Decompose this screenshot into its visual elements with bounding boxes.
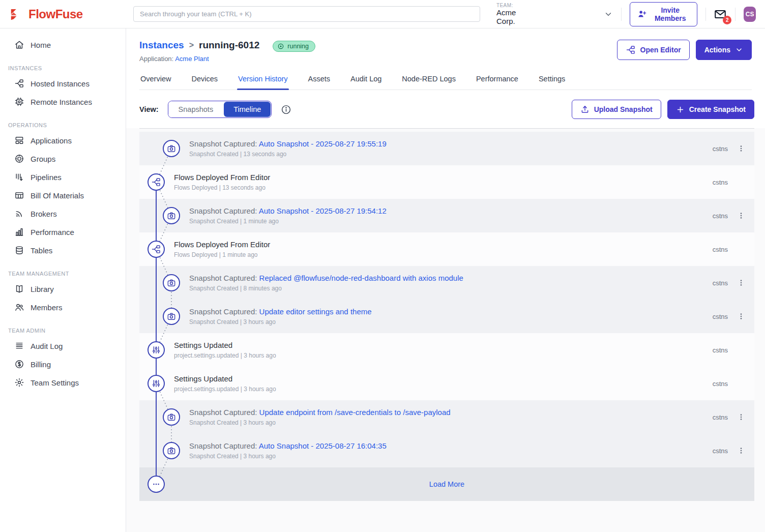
sidebar-item-tables[interactable]: Tables: [0, 241, 126, 259]
open-editor-label: Open Editor: [640, 46, 681, 54]
team-chevron-down-icon[interactable]: [604, 10, 613, 19]
sidebar-item-home[interactable]: Home: [0, 36, 126, 54]
team-selector[interactable]: TEAM: Acme Corp.: [496, 3, 528, 26]
timeline-snapshot-row: Snapshot Captured: Auto Snapshot - 2025-…: [139, 132, 754, 165]
notifications-mail-icon[interactable]: 2: [714, 8, 727, 21]
tab-settings[interactable]: Settings: [538, 73, 566, 90]
sidebar-item-label: Audit Log: [31, 342, 63, 350]
sidebar-item-label: Applications: [31, 136, 72, 145]
flowfuse-logo-icon: [9, 7, 24, 22]
sidebar-item-pipelines[interactable]: Pipelines: [0, 168, 126, 186]
invite-members-button[interactable]: Invite Members: [630, 2, 697, 26]
load-more-button[interactable]: Load More: [139, 480, 754, 488]
snapshot-title: Snapshot Captured: Update editor setting…: [189, 307, 713, 316]
snapshot-title: Snapshot Captured: Update endpoint from …: [189, 408, 713, 417]
event-title: Flows Deployed From Editor: [174, 173, 713, 182]
actions-button[interactable]: Actions: [696, 40, 752, 60]
snapshot-link[interactable]: Auto Snapshot - 2025-08-27 19:54:12: [259, 206, 387, 215]
kebab-menu-icon[interactable]: [737, 211, 745, 220]
home-icon: [14, 40, 24, 50]
snapshot-link[interactable]: Auto Snapshot - 2025-08-27 19:55:19: [259, 139, 387, 148]
team-label: TEAM:: [496, 3, 528, 9]
sidebar-item-label: Bill Of Materials: [31, 191, 84, 200]
sidebar-item-remote-instances[interactable]: Remote Instances: [0, 93, 126, 111]
sidebar-item-groups[interactable]: Groups: [0, 150, 126, 168]
tab-devices[interactable]: Devices: [190, 73, 219, 90]
instance-name: running-6012: [199, 40, 259, 51]
tab-node-red-logs[interactable]: Node-RED Logs: [401, 73, 457, 90]
actions-label: Actions: [704, 46, 730, 54]
application-link[interactable]: Acme Plant: [175, 55, 209, 63]
sidebar-item-label: Remote Instances: [31, 98, 92, 106]
snapshot-link[interactable]: Update editor settings and theme: [259, 307, 372, 316]
info-icon[interactable]: [281, 104, 291, 115]
tab-audit-log[interactable]: Audit Log: [349, 73, 382, 90]
application-line: Application: Acme Plant: [139, 55, 259, 63]
row-meta: Snapshot Created | 3 hours ago: [189, 318, 713, 326]
view-toggle-timeline[interactable]: Timeline: [224, 102, 271, 117]
kebab-menu-icon[interactable]: [737, 412, 745, 422]
kebab-menu-icon[interactable]: [737, 312, 745, 321]
open-editor-button[interactable]: Open Editor: [617, 40, 690, 60]
snapshot-title: Snapshot Captured: Auto Snapshot - 2025-…: [189, 139, 713, 148]
sidebar-item-billing[interactable]: Billing: [0, 355, 126, 373]
kebab-menu-icon[interactable]: [737, 446, 745, 455]
sidebar-item-brokers[interactable]: Brokers: [0, 204, 126, 223]
snapshot-link[interactable]: Update endpoint from /save-credentials t…: [259, 408, 451, 417]
divider: [705, 8, 706, 21]
invite-members-label: Invite Members: [651, 6, 690, 22]
upload-snapshot-label: Upload Snapshot: [594, 105, 653, 113]
sidebar-item-audit-log[interactable]: Audit Log: [0, 337, 126, 355]
tab-performance[interactable]: Performance: [475, 73, 519, 90]
timeline-snapshot-row: Snapshot Captured: Replaced @flowfuse/no…: [139, 266, 754, 300]
sidebar-item-team-settings[interactable]: Team Settings: [0, 373, 126, 392]
create-snapshot-button[interactable]: Create Snapshot: [667, 100, 754, 119]
sidebar-item-label: Billing: [31, 360, 51, 369]
sidebar-section-label: INSTANCES: [0, 54, 126, 74]
sidebar-item-members[interactable]: Members: [0, 298, 126, 316]
database-icon: [14, 245, 24, 255]
timeline-load-more-row: Load More: [139, 467, 754, 501]
sidebar-item-performance[interactable]: Performance: [0, 223, 126, 241]
running-status-icon: [277, 43, 284, 50]
sidebar-item-bill-of-materials[interactable]: Bill Of Materials: [0, 186, 126, 204]
row-meta: Flows Deployed | 13 seconds ago: [174, 184, 713, 191]
sidebar-item-library[interactable]: Library: [0, 280, 126, 298]
sidebar-item-applications[interactable]: Applications: [0, 131, 126, 150]
kebab-menu-icon[interactable]: [737, 144, 745, 153]
dollar-icon: [14, 359, 24, 369]
flowfuse-logo[interactable]: FlowFuse: [0, 7, 126, 22]
sidebar: HomeINSTANCES Hosted Instances Remote In…: [0, 28, 126, 532]
breadcrumb-instances-link[interactable]: Instances: [139, 40, 184, 51]
sidebar-item-label: Team Settings: [31, 378, 79, 387]
instance-tabs: OverviewDevicesVersion HistoryAssetsAudi…: [139, 73, 752, 90]
view-toggle-snapshots[interactable]: Snapshots: [168, 101, 224, 117]
divider: [139, 128, 754, 129]
tab-overview[interactable]: Overview: [139, 73, 172, 90]
kebab-menu-icon[interactable]: [737, 278, 745, 287]
sidebar-section-label: TEAM MANAGEMENT: [0, 259, 126, 280]
timeline-event-row: Settings Updated project.settings.update…: [139, 367, 754, 400]
upload-snapshot-button[interactable]: Upload Snapshot: [572, 100, 661, 119]
sidebar-item-hosted-instances[interactable]: Hosted Instances: [0, 74, 126, 93]
snapshot-link[interactable]: Auto Snapshot - 2025-08-27 16:04:35: [259, 441, 387, 450]
tab-assets[interactable]: Assets: [307, 73, 332, 90]
sidebar-item-label: Brokers: [31, 210, 57, 218]
tab-version-history[interactable]: Version History: [237, 73, 289, 90]
snapshot-link[interactable]: Replaced @flowfuse/node-red-dashboard wi…: [259, 274, 463, 282]
search-input[interactable]: [133, 6, 480, 22]
snapshot-title: Snapshot Captured: Auto Snapshot - 2025-…: [189, 206, 713, 215]
user-avatar[interactable]: CS: [744, 7, 756, 22]
person-plus-icon: [637, 9, 647, 19]
sliders-icon: [148, 375, 165, 392]
timeline-event-row: Flows Deployed From Editor Flows Deploye…: [139, 232, 754, 266]
top-right-cluster: TEAM: Acme Corp. Invite Members 2 CS: [496, 2, 765, 26]
table-icon: [14, 190, 24, 200]
camera-icon: [163, 442, 180, 459]
pipelines-icon: [14, 172, 24, 182]
chart-icon: [14, 227, 24, 237]
sidebar-item-label: Library: [31, 285, 54, 293]
row-meta: Snapshot Created | 8 minutes ago: [189, 285, 713, 292]
row-owner: cstns: [713, 346, 728, 354]
view-label: View:: [139, 105, 159, 113]
